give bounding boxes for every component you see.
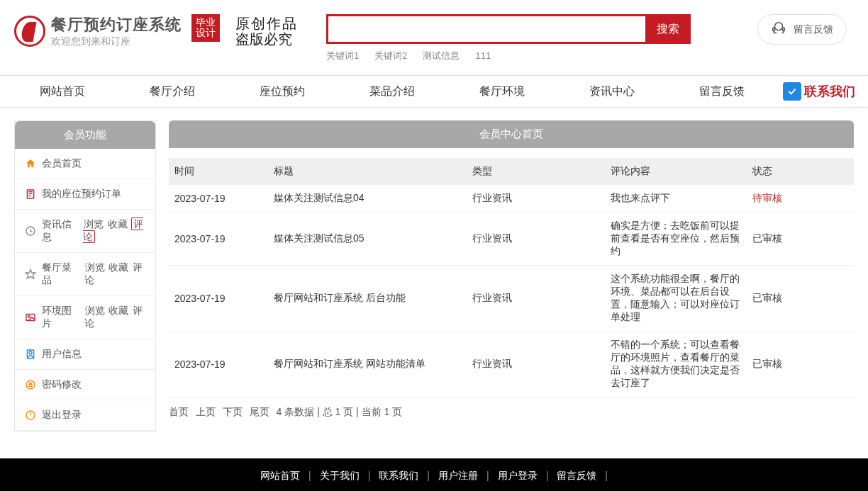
keyword-link[interactable]: 111 bbox=[475, 50, 491, 61]
sidebar-sub-link[interactable]: 收藏 bbox=[108, 261, 128, 273]
pager-prev[interactable]: 上页 bbox=[196, 406, 216, 417]
app-title: 餐厅预约订座系统 bbox=[51, 14, 182, 35]
pager-summary: 4 条数据 | 总 1 页 | 当前 1 页 bbox=[277, 406, 403, 417]
table-cell: 行业资讯 bbox=[467, 332, 605, 397]
sidebar-item-label: 会员首页 bbox=[42, 157, 82, 170]
nav-contact-label: 联系我们 bbox=[804, 83, 855, 100]
sidebar-item[interactable]: 资讯信息 浏览 收藏 评论 bbox=[15, 210, 155, 253]
sidebar-item-label: 退出登录 bbox=[42, 409, 82, 422]
sidebar-sub-link[interactable]: 浏览 bbox=[84, 218, 104, 230]
keyword-link[interactable]: 关键词1 bbox=[326, 50, 359, 61]
sidebar-sub-link[interactable]: 浏览 bbox=[85, 305, 105, 316]
table-cell: 我也来点评下 bbox=[605, 185, 747, 213]
nav-contact[interactable]: 联系我们 bbox=[777, 82, 861, 101]
separator: | bbox=[308, 470, 311, 481]
sidebar-item-label: 用户信息 bbox=[42, 348, 82, 361]
sidebar-sub-link[interactable]: 浏览 bbox=[85, 261, 105, 273]
separator: | bbox=[605, 470, 608, 481]
svg-marker-8 bbox=[26, 269, 35, 278]
sidebar-item[interactable]: 用户信息 bbox=[15, 339, 155, 370]
table-header: 类型 bbox=[467, 158, 605, 185]
nav-item[interactable]: 座位预约 bbox=[227, 84, 337, 99]
feedback-label: 留言反馈 bbox=[794, 23, 833, 36]
sidebar-item[interactable]: 退出登录 bbox=[15, 400, 155, 431]
panel-title: 会员中心首页 bbox=[169, 120, 854, 148]
table-cell: 行业资讯 bbox=[467, 266, 605, 332]
table-header: 评论内容 bbox=[605, 158, 747, 185]
originality-line1: 原创作品 bbox=[235, 16, 298, 31]
nav-item[interactable]: 留言反馈 bbox=[667, 84, 777, 99]
table-cell: 行业资讯 bbox=[467, 185, 605, 213]
sidebar-item-label: 资讯信息 bbox=[42, 218, 76, 244]
svg-rect-9 bbox=[26, 314, 35, 320]
footer-link[interactable]: 留言反馈 bbox=[557, 470, 596, 481]
sidebar-item[interactable]: 密码修改 bbox=[15, 370, 155, 400]
originality-text: 原创作品 盗版必究 bbox=[235, 16, 298, 47]
keyword-link[interactable]: 关键词2 bbox=[374, 50, 407, 61]
check-icon bbox=[783, 82, 801, 101]
keyword-link[interactable]: 测试信息 bbox=[423, 50, 460, 61]
search-input[interactable] bbox=[326, 14, 645, 44]
sidebar-title: 会员功能 bbox=[15, 121, 155, 149]
sidebar-item-label: 餐厅菜品 bbox=[42, 261, 77, 287]
nav-item[interactable]: 餐厅介绍 bbox=[117, 84, 227, 99]
feedback-pill[interactable]: 留言反馈 bbox=[757, 14, 847, 45]
nav-item[interactable]: 资讯中心 bbox=[557, 84, 667, 99]
table-cell: 已审核 bbox=[747, 332, 854, 397]
sidebar-item-label: 我的座位预约订单 bbox=[42, 188, 121, 201]
star-icon bbox=[25, 269, 36, 280]
nav-item[interactable]: 菜品介绍 bbox=[337, 84, 447, 99]
table-cell: 2023-07-19 bbox=[169, 332, 268, 397]
table-header: 标题 bbox=[268, 158, 467, 185]
separator: | bbox=[368, 470, 371, 481]
footer-link[interactable]: 用户登录 bbox=[498, 470, 538, 481]
image-icon bbox=[25, 312, 36, 323]
search-button[interactable]: 搜索 bbox=[645, 14, 691, 44]
sidebar-item-label: 密码修改 bbox=[42, 378, 82, 391]
nav-item[interactable]: 餐厅环境 bbox=[447, 84, 557, 99]
sidebar-item[interactable]: 我的座位预约订单 bbox=[15, 179, 155, 210]
search-keywords: 关键词1关键词2测试信息111 bbox=[326, 50, 691, 62]
headset-icon bbox=[771, 21, 786, 38]
sidebar-item[interactable]: 会员首页 bbox=[15, 149, 155, 179]
pager: 首页 上页 下页 尾页 4 条数据 | 总 1 页 | 当前 1 页 bbox=[169, 406, 854, 419]
footer-link[interactable]: 用户注册 bbox=[438, 470, 478, 481]
table-header: 状态 bbox=[747, 158, 854, 185]
footer-link[interactable]: 网站首页 bbox=[260, 470, 300, 481]
table-cell: 媒体关注测试信息05 bbox=[268, 213, 467, 266]
sidebar-sub-link[interactable]: 收藏 bbox=[108, 305, 128, 316]
table-cell: 不错的一个系统；可以查看餐厅的环境照片，查看餐厅的菜品，这样就方便我们决定是否去… bbox=[605, 332, 747, 397]
table-row: 2023-07-19餐厅网站和订座系统 后台功能行业资讯这个系统功能很全啊，餐厅… bbox=[169, 266, 854, 332]
originality-line2: 盗版必究 bbox=[235, 31, 298, 47]
footer-dark: 网站首页|关于我们|联系我们|用户注册|用户登录|留言反馈| bbox=[0, 458, 868, 491]
logo-block: 餐厅预约订座系统 欢迎您到来和订座 毕业 设计 原创作品 盗版必究 bbox=[14, 14, 298, 48]
main-panel: 会员中心首页 时间标题类型评论内容状态 2023-07-19媒体关注测试信息04… bbox=[169, 120, 854, 431]
table-cell: 确实是方便；去吃饭前可以提前查看是否有空座位，然后预约 bbox=[605, 213, 747, 266]
svg-rect-14 bbox=[29, 384, 32, 386]
pager-last[interactable]: 尾页 bbox=[250, 406, 269, 417]
sidebar-sub-link[interactable]: 收藏 bbox=[108, 218, 128, 230]
separator: | bbox=[427, 470, 430, 481]
order-icon bbox=[25, 188, 36, 200]
separator: | bbox=[486, 470, 489, 481]
svg-point-10 bbox=[28, 315, 30, 317]
comments-table: 时间标题类型评论内容状态 2023-07-19媒体关注测试信息04行业资讯我也来… bbox=[169, 158, 854, 397]
footer-link[interactable]: 联系我们 bbox=[379, 470, 418, 481]
table-header: 时间 bbox=[169, 158, 268, 185]
table-cell: 行业资讯 bbox=[467, 213, 605, 266]
lock-icon bbox=[25, 379, 36, 390]
svg-point-12 bbox=[29, 351, 32, 354]
sidebar-item-label: 环境图片 bbox=[42, 305, 77, 330]
table-cell: 餐厅网站和订座系统 后台功能 bbox=[268, 266, 467, 332]
table-cell: 媒体关注测试信息04 bbox=[268, 185, 467, 213]
table-row: 2023-07-19媒体关注测试信息04行业资讯我也来点评下待审核 bbox=[169, 185, 854, 213]
pager-first[interactable]: 首页 bbox=[169, 406, 189, 417]
sidebar-item[interactable]: 环境图片 浏览 收藏 评论 bbox=[15, 296, 155, 339]
logo-icon bbox=[14, 16, 45, 47]
nav-item[interactable]: 网站首页 bbox=[7, 84, 117, 99]
table-cell: 这个系统功能很全啊，餐厅的环境、菜品都可以在后台设置，随意输入；可以对座位订单处… bbox=[605, 266, 747, 332]
sidebar-item[interactable]: 餐厅菜品 浏览 收藏 评论 bbox=[15, 253, 155, 296]
pager-next[interactable]: 下页 bbox=[223, 406, 243, 417]
footer-link[interactable]: 关于我们 bbox=[320, 470, 360, 481]
separator: | bbox=[546, 470, 549, 481]
